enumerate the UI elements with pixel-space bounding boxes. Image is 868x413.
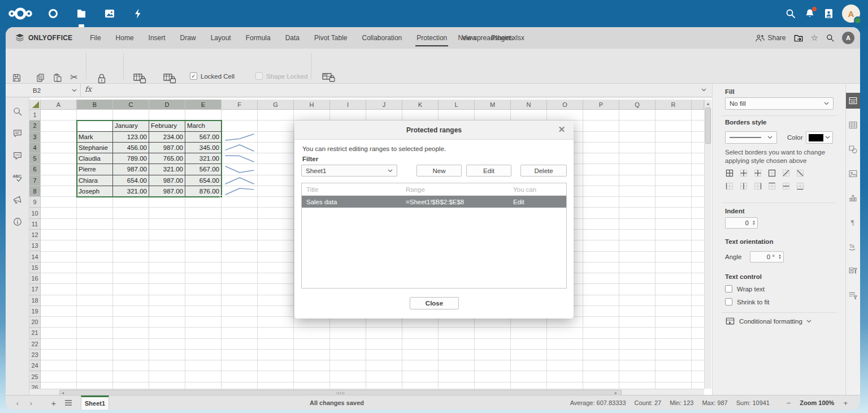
border-diag-down-button[interactable] — [796, 169, 805, 178]
user-avatar[interactable]: A — [842, 5, 860, 23]
row-header-3[interactable]: 3 — [29, 132, 41, 143]
edit-button[interactable]: Edit — [466, 165, 511, 177]
search-icon[interactable] — [785, 8, 796, 19]
column-header-e[interactable]: E — [185, 100, 222, 110]
add-sheet-button[interactable]: + — [47, 395, 60, 410]
prev-sheet-button[interactable]: ‹ — [11, 395, 24, 410]
protect-sheet-icon[interactable] — [162, 72, 177, 84]
files-icon[interactable] — [69, 5, 94, 22]
row-header-24[interactable]: 24 — [29, 360, 41, 371]
column-header-partial[interactable] — [692, 100, 704, 110]
zoom-in-button[interactable]: + — [843, 399, 848, 407]
tab-data[interactable]: Data — [278, 27, 307, 49]
protect-workbook-icon[interactable] — [132, 72, 147, 84]
protected-range-row[interactable]: Sales data=Sheet1!$B$2:$E$8Edit — [302, 196, 566, 208]
row-header-1[interactable]: 1 — [29, 110, 41, 121]
row-header-5[interactable]: 5 — [29, 153, 41, 164]
column-header-d[interactable]: D — [149, 100, 185, 110]
row-header-6[interactable]: 6 — [29, 164, 41, 175]
open-file-location-icon[interactable] — [793, 33, 804, 42]
sheet-list-button[interactable] — [62, 395, 75, 410]
cell-value[interactable]: 987.00 — [113, 164, 149, 175]
column-header-c[interactable]: C — [113, 100, 149, 110]
border-top-button[interactable] — [767, 182, 776, 191]
close-button[interactable]: Close — [410, 297, 459, 309]
row-header-22[interactable]: 22 — [29, 339, 41, 350]
image-settings-tab[interactable] — [846, 166, 861, 182]
zoom-out-button[interactable]: − — [787, 399, 791, 407]
scroll-right-arrow[interactable]: ▸ — [615, 390, 617, 395]
cut-button[interactable]: ✂ — [69, 72, 79, 83]
vertical-scrollbar[interactable]: ▲ — [704, 100, 711, 389]
tab-protection[interactable]: Protection — [409, 27, 454, 49]
editor-user-avatar[interactable]: A — [842, 32, 854, 44]
search-icon[interactable] — [12, 106, 23, 117]
border-right-button[interactable] — [753, 182, 762, 191]
column-header-m[interactable]: M — [475, 100, 511, 110]
close-icon[interactable]: ✕ — [557, 124, 567, 135]
notifications-icon[interactable] — [804, 8, 815, 19]
pivot-table-settings-tab[interactable] — [846, 287, 861, 303]
tab-insert[interactable]: Insert — [141, 27, 173, 49]
sheet-tab[interactable]: Sheet1 — [81, 395, 109, 410]
column-header-q[interactable]: Q — [619, 100, 656, 110]
border-left-button[interactable] — [725, 182, 734, 191]
column-header-b[interactable]: B — [77, 100, 113, 110]
row-header-2[interactable]: 2 — [29, 121, 41, 131]
cell-value[interactable]: 345.00 — [185, 143, 222, 153]
name-box-chevron-icon[interactable] — [72, 89, 77, 92]
tab-collaboration[interactable]: Collaboration — [355, 27, 410, 49]
cell-value[interactable]: 567.00 — [185, 164, 222, 175]
copy-button[interactable] — [35, 72, 45, 83]
find-icon[interactable] — [826, 33, 835, 42]
tab-layout[interactable]: Layout — [203, 27, 238, 49]
feedback-icon[interactable] — [12, 195, 23, 205]
tab-formula[interactable]: Formula — [238, 27, 278, 49]
column-header-o[interactable]: O — [547, 100, 583, 110]
activity-icon[interactable] — [125, 5, 150, 22]
border-diag-up-button[interactable] — [782, 169, 791, 178]
column-header-p[interactable]: P — [583, 100, 619, 110]
cell-name[interactable]: Joseph — [77, 186, 113, 197]
cell-settings-tab[interactable] — [846, 93, 861, 109]
row-header-7[interactable]: 7 — [29, 175, 41, 186]
about-icon[interactable] — [12, 217, 23, 227]
cell-name[interactable]: Stephanie — [77, 143, 113, 153]
spellcheck-icon[interactable]: ABC — [12, 173, 23, 183]
contacts-icon[interactable] — [823, 8, 834, 19]
share-button[interactable]: Share — [755, 33, 786, 42]
column-header-g[interactable]: G — [258, 100, 294, 110]
border-outside-button[interactable] — [767, 169, 776, 178]
cell-value[interactable]: 876.00 — [185, 186, 222, 197]
column-header-l[interactable]: L — [439, 100, 475, 110]
row-header-20[interactable]: 20 — [29, 317, 41, 328]
tab-home[interactable]: Home — [108, 27, 141, 49]
dialog-header[interactable]: Protected ranges ✕ — [294, 121, 574, 140]
cell-value[interactable]: 123.00 — [113, 132, 149, 143]
next-sheet-button[interactable]: › — [25, 395, 37, 410]
cell-name[interactable]: Claudia — [77, 153, 113, 164]
cell-value[interactable]: 654.00 — [185, 175, 222, 186]
tab-draw[interactable]: Draw — [173, 27, 203, 49]
row-header-13[interactable]: 13 — [29, 240, 41, 251]
favorite-star-icon[interactable]: ☆ — [811, 33, 818, 43]
delete-button[interactable]: Delete — [520, 165, 567, 177]
chat-icon[interactable] — [12, 150, 23, 161]
photos-icon[interactable] — [97, 5, 122, 22]
cell-value[interactable]: 765.00 — [149, 153, 185, 164]
border-all-button[interactable] — [725, 169, 734, 178]
nextcloud-logo-icon[interactable] — [8, 5, 33, 22]
horizontal-scroll-thumb[interactable] — [59, 390, 622, 395]
row-header-25[interactable]: 25 — [29, 371, 41, 382]
column-header-n[interactable]: N — [511, 100, 547, 110]
data-table[interactable]: JanuaryFebruaryMarchMark123.00234.00567.… — [77, 121, 222, 197]
row-header-17[interactable]: 17 — [29, 284, 41, 295]
row-header-10[interactable]: 10 — [29, 208, 41, 218]
paste-button[interactable] — [52, 72, 62, 83]
cell-name-box[interactable]: B2 — [29, 84, 81, 97]
filter-sheet-select[interactable]: Sheet1 — [301, 165, 397, 177]
row-header-15[interactable]: 15 — [29, 263, 41, 273]
cell-value[interactable]: 321.00 — [185, 153, 222, 164]
cell-value[interactable]: 654.00 — [113, 175, 149, 186]
vertical-scroll-thumb[interactable] — [705, 107, 711, 144]
